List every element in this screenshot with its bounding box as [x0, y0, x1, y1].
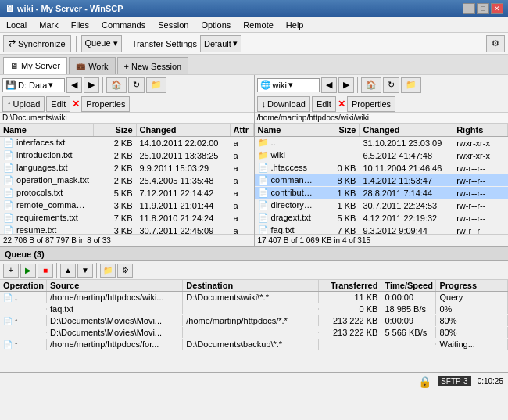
left-nav-back[interactable]: ◀ — [66, 77, 82, 93]
close-button[interactable]: ✕ — [491, 3, 503, 14]
right-nav-back[interactable]: ◀ — [321, 77, 337, 93]
queue-list[interactable]: 📄 ↓ /home/martinp/httpdocs/wiki... D:\Do… — [0, 292, 508, 372]
upload-icon: ↑ — [7, 99, 12, 109]
queue-time: 18 985 B/s — [381, 303, 436, 314]
list-item[interactable]: 📄 languages.txt 2 KB 9.9.2011 15:03:29 a — [0, 162, 254, 174]
file-size: 2 KB — [94, 150, 137, 161]
queue-folder-button[interactable]: 📁 — [100, 264, 116, 278]
new-session-button[interactable]: + New Session — [117, 57, 189, 74]
list-item[interactable]: 📄 directory_cache.txt 1 KB 30.7.2011 22:… — [255, 199, 509, 212]
left-nav-forward[interactable]: ▶ — [84, 77, 99, 93]
right-delete-icon[interactable]: ✕ — [338, 99, 345, 109]
queue-settings-button[interactable]: ⚙ — [117, 264, 133, 278]
queue-row[interactable]: faq.txt 0 KB 18 985 B/s 0% — [0, 303, 508, 315]
left-drive-dropdown[interactable]: 💾 D: Data ▾ — [2, 78, 65, 92]
left-col-changed[interactable]: Changed — [137, 124, 231, 136]
list-item[interactable]: 📁 wiki 6.5.2012 41:47:48 rwxr-xr-x — [255, 149, 509, 162]
left-col-size[interactable]: Size — [94, 124, 137, 136]
download-button[interactable]: ↓ Download — [257, 96, 310, 112]
left-home[interactable]: 🏠 — [106, 77, 127, 93]
file-changed: 9.9.2011 15:03:29 — [137, 163, 231, 174]
menu-remote[interactable]: Remote — [240, 20, 277, 31]
file-changed: 7.12.2011 22:14:42 — [137, 188, 231, 199]
queue-down-button[interactable]: ▼ — [77, 264, 93, 278]
right-file-list[interactable]: 📁 .. 31.10.2011 23:03:09 rwxr-xr-x 📁 wik… — [255, 137, 509, 234]
left-col-attr[interactable]: Attr — [231, 124, 254, 136]
transfer-settings-dropdown[interactable]: Default ▾ — [200, 35, 241, 52]
synchronize-button[interactable]: ⇄ Synchronize — [3, 35, 71, 52]
tab-my-server[interactable]: 🖥 My Server — [3, 57, 67, 74]
right-refresh[interactable]: ↻ — [383, 77, 399, 93]
menu-local[interactable]: Local — [3, 20, 30, 31]
upload-button[interactable]: ↑ Upload — [2, 96, 45, 112]
file-changed: 6.5.2012 41:47:48 — [360, 150, 453, 161]
list-item[interactable]: 📁 .. 31.10.2011 23:03:09 rwxr-xr-x — [255, 137, 509, 149]
right-edit-button[interactable]: Edit — [312, 96, 336, 112]
file-icon: 📁 — [258, 138, 269, 147]
left-file-list[interactable]: 📄 interfaces.txt 2 KB 14.10.2011 22:02:0… — [0, 137, 254, 234]
file-name: 📄 requirements.txt — [0, 212, 94, 224]
list-item[interactable]: 📄 remote_command... 3 KB 11.9.2011 21:01… — [0, 199, 254, 212]
menu-options[interactable]: Options — [198, 20, 234, 31]
queue-row[interactable]: 📄 ↓ /home/martinp/httpdocs/wiki... D:\Do… — [0, 292, 508, 303]
left-new-folder[interactable]: 📁 — [146, 77, 166, 93]
queue-destination — [183, 332, 319, 333]
list-item[interactable]: 📄 resume.txt 3 KB 30.7.2011 22:45:09 a — [0, 224, 254, 234]
right-properties-button[interactable]: Properties — [347, 96, 395, 112]
file-attr: a — [231, 175, 254, 186]
queue-time: 0:00:00 — [381, 292, 436, 303]
left-refresh[interactable]: ↻ — [128, 77, 145, 93]
list-item[interactable]: 📄 .htaccess 0 KB 10.11.2004 21:46:46 rw-… — [255, 162, 509, 174]
file-size: 3 KB — [94, 225, 137, 235]
minimize-button[interactable]: ─ — [463, 3, 475, 14]
queue-row[interactable]: 📄 ↑ /home/martinp/httpdocs/for... D:\Doc… — [0, 339, 508, 350]
list-item[interactable]: 📄 interfaces.txt 2 KB 14.10.2011 22:02:0… — [0, 137, 254, 149]
left-edit-button[interactable]: Edit — [46, 96, 70, 112]
right-col-changed[interactable]: Changed — [360, 124, 453, 136]
right-col-name[interactable]: Name — [255, 124, 317, 136]
menu-session[interactable]: Session — [155, 20, 191, 31]
file-rights: rw-r--r-- — [453, 163, 508, 174]
file-icon: 📄 — [3, 213, 14, 222]
tab-work[interactable]: 💼 Work — [69, 57, 115, 74]
queue-list-header: Operation Source Destination Transferred… — [0, 280, 508, 292]
app-icon: 🖥 — [5, 3, 14, 14]
queue-add-button[interactable]: + — [3, 264, 19, 278]
list-item[interactable]: 📄 protocols.txt 5 KB 7.12.2011 22:14:42 … — [0, 187, 254, 199]
left-col-name[interactable]: Name — [0, 124, 94, 136]
queue-row[interactable]: 📄 ↑ D:\Documents\Movies\Movi... /home/ma… — [0, 315, 508, 327]
list-item[interactable]: 📄 dragext.txt 5 KB 4.12.2011 22:19:32 rw… — [255, 212, 509, 224]
right-col-size[interactable]: Size — [317, 124, 360, 136]
file-icon: 📄 — [3, 200, 14, 210]
right-home[interactable]: 🏠 — [361, 77, 381, 93]
list-item[interactable]: 📄 faq.txt 7 KB 9.3.2012 9:09:44 rw-r--r-… — [255, 224, 509, 234]
queue-row[interactable]: D:\Documents\Movies\Movi... 213 222 KB 5… — [0, 327, 508, 339]
file-size: 2 KB — [94, 163, 137, 174]
left-properties-button[interactable]: Properties — [81, 96, 130, 112]
queue-op: 📄 ↑ — [0, 315, 47, 326]
queue-stop-button[interactable]: ■ — [38, 264, 53, 278]
maximize-button[interactable]: □ — [477, 3, 489, 14]
file-rights: rwxr-xr-x — [453, 150, 508, 161]
menu-files[interactable]: Files — [68, 20, 92, 31]
queue-start-button[interactable]: ▶ — [20, 264, 36, 278]
left-delete-icon[interactable]: ✕ — [72, 99, 80, 109]
file-name: 📁 wiki — [255, 149, 317, 161]
list-item[interactable]: 📄 introduction.txt 2 KB 25.10.2011 13:38… — [0, 149, 254, 162]
right-new-folder[interactable]: 📁 — [401, 77, 421, 93]
settings-button[interactable]: ⚙ — [486, 35, 505, 52]
queue-button[interactable]: Queue ▾ — [81, 35, 122, 52]
queue-up-button[interactable]: ▲ — [60, 264, 76, 278]
menu-help[interactable]: Help — [283, 20, 307, 31]
list-item[interactable]: 📄 contributions.txt 1 KB 28.8.2011 7:14:… — [255, 187, 509, 199]
file-attr: a — [231, 163, 254, 174]
list-item[interactable]: 📄 requirements.txt 7 KB 11.8.2010 21:24:… — [0, 212, 254, 224]
right-nav-forward[interactable]: ▶ — [338, 77, 354, 93]
list-item[interactable]: 📄 commandline.txt 8 KB 1.4.2012 11:53:47… — [255, 174, 509, 187]
list-item[interactable]: 📄 operation_mask.txt 2 KB 25.4.2005 11:3… — [0, 174, 254, 187]
right-drive-dropdown[interactable]: 🌐 wiki ▾ — [257, 78, 320, 92]
menu-mark[interactable]: Mark — [36, 20, 61, 31]
right-panel-toolbar: 🌐 wiki ▾ ◀ ▶ 🏠 ↻ 📁 — [255, 75, 509, 95]
menu-commands[interactable]: Commands — [98, 20, 148, 31]
right-col-rights[interactable]: Rights — [453, 124, 508, 136]
